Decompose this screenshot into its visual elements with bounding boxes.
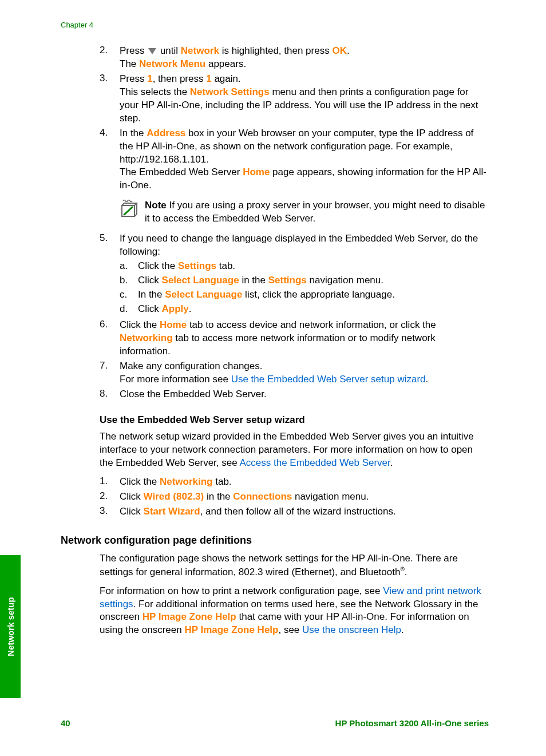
text: . <box>390 457 393 468</box>
text: until <box>157 45 181 56</box>
text: In the <box>138 289 165 300</box>
paragraph: The configuration page shows the network… <box>100 552 489 579</box>
hp-image-zone-help-keyword: HP Image Zone Help <box>143 611 236 622</box>
text: . <box>426 374 429 385</box>
text: For more information see <box>120 374 231 385</box>
step-number: 8. <box>100 388 120 401</box>
step-2: 2. Press until Network is highlighted, t… <box>100 45 489 71</box>
side-tab-label: Network setup <box>6 597 15 656</box>
text: Click <box>138 303 162 314</box>
step-body: Click the Networking tab. <box>120 476 489 489</box>
text: appears. <box>205 58 246 69</box>
step-number: 5. <box>100 232 120 317</box>
step-3: 3. Press 1, then press 1 again. This sel… <box>100 73 489 125</box>
step-body: Close the Embedded Web Server. <box>120 388 489 401</box>
step-4: 4. In the Address box in your Web browse… <box>100 127 489 193</box>
text: navigation menu. <box>307 275 383 286</box>
text: Click <box>120 506 144 517</box>
subsection-heading: Use the Embedded Web Server setup wizard <box>100 414 489 426</box>
hp-image-zone-help-keyword: HP Image Zone Help <box>184 624 278 635</box>
select-language-keyword: Select Language <box>165 289 242 300</box>
settings-keyword: Settings <box>268 275 307 286</box>
substep-b: b. Click Select Language in the Settings… <box>120 274 489 287</box>
content-area: 2. Press until Network is highlighted, t… <box>100 45 489 643</box>
step-3: 3. Click Start Wizard, and then follow a… <box>100 505 489 518</box>
network-settings-keyword: Network Settings <box>190 86 270 97</box>
substep-body: Click the Settings tab. <box>138 260 235 273</box>
chapter-label: Chapter 4 <box>61 21 93 29</box>
step-5: 5. If you need to change the language di… <box>100 232 489 317</box>
substep-body: Click Select Language in the Settings na… <box>138 274 383 287</box>
section-heading: Network configuration page definitions <box>61 535 489 547</box>
note-block: Note If you are using a proxy server in … <box>120 199 489 225</box>
text: Click the <box>138 260 178 271</box>
step-body: Click the Home tab to access device and … <box>120 319 489 358</box>
settings-keyword: Settings <box>178 260 216 271</box>
step-number: 2. <box>100 45 120 71</box>
wired-keyword: Wired (802.3) <box>144 491 204 502</box>
instruction-list-1: 2. Press until Network is highlighted, t… <box>100 45 489 192</box>
text: This selects the <box>120 86 190 97</box>
text: again. <box>212 73 241 84</box>
step-body: Click Wired (802.3) in the Connections n… <box>120 490 489 504</box>
note-text: Note If you are using a proxy server in … <box>145 199 489 225</box>
use-onscreen-help-link[interactable]: Use the onscreen Help <box>302 624 401 635</box>
substep-d: d. Click Apply. <box>120 303 489 316</box>
start-wizard-keyword: Start Wizard <box>144 506 200 517</box>
side-tab: Network setup <box>0 555 21 698</box>
substep-a: a. Click the Settings tab. <box>120 260 489 273</box>
step-body: Press until Network is highlighted, then… <box>120 45 489 71</box>
substep-c: c. In the Select Language list, click th… <box>120 288 489 302</box>
instruction-list-2: 1. Click the Networking tab. 2. Click Wi… <box>100 476 489 518</box>
key-1: 1 <box>206 73 211 84</box>
step-8: 8. Close the Embedded Web Server. <box>100 388 489 401</box>
text: Click <box>120 491 144 502</box>
text: , see <box>278 624 302 635</box>
step-number: 7. <box>100 360 120 386</box>
network-keyword: Network <box>181 45 219 56</box>
step-body: If you need to change the language displ… <box>120 232 489 317</box>
page-number: 40 <box>61 718 70 728</box>
text: Click <box>138 275 162 286</box>
text: , then press <box>153 73 207 84</box>
access-ews-link[interactable]: Access the Embedded Web Server <box>239 457 390 468</box>
text: tab to access device and network informa… <box>187 319 436 330</box>
text: If you need to change the language displ… <box>120 233 478 257</box>
text: In the <box>120 128 147 138</box>
text: tab. <box>212 476 231 487</box>
step-7: 7. Make any configuration changes. For m… <box>100 360 489 386</box>
step-number: 3. <box>100 505 120 518</box>
text: Press <box>120 45 147 56</box>
text: Press <box>120 73 147 84</box>
text: . <box>401 624 404 635</box>
network-menu-keyword: Network Menu <box>139 58 205 69</box>
product-name: HP Photosmart 3200 All-in-One series <box>335 718 489 728</box>
sub-list: a. Click the Settings tab. b. Click Sele… <box>120 260 489 316</box>
key-1: 1 <box>147 73 152 84</box>
substep-letter: b. <box>120 274 138 287</box>
text: . <box>347 45 350 56</box>
ews-wizard-link[interactable]: Use the Embedded Web Server setup wizard <box>231 374 426 385</box>
text: For information on how to print a networ… <box>100 585 383 596</box>
home-keyword: Home <box>160 319 187 330</box>
step-body: Make any configuration changes. For more… <box>120 360 489 386</box>
page: Chapter 4 2. Press until Network is high… <box>0 0 546 756</box>
substep-body: In the Select Language list, click the a… <box>138 288 395 302</box>
apply-keyword: Apply <box>162 303 189 314</box>
select-language-keyword: Select Language <box>162 275 239 286</box>
note-label: Note <box>145 200 167 211</box>
text: in the <box>239 275 268 286</box>
step-number: 6. <box>100 319 120 358</box>
step-1: 1. Click the Networking tab. <box>100 476 489 489</box>
text: . <box>405 567 407 577</box>
text: The Embedded Web Server <box>120 167 243 177</box>
text: is highlighted, then press <box>219 45 333 56</box>
text: . <box>189 303 192 314</box>
substep-body: Click Apply. <box>138 303 192 316</box>
text: , and then follow all of the wizard inst… <box>200 506 396 517</box>
substep-letter: a. <box>120 260 138 273</box>
registered-mark: ® <box>400 566 404 572</box>
text: tab. <box>216 260 235 271</box>
connections-keyword: Connections <box>233 491 292 502</box>
text: Click the <box>120 319 160 330</box>
